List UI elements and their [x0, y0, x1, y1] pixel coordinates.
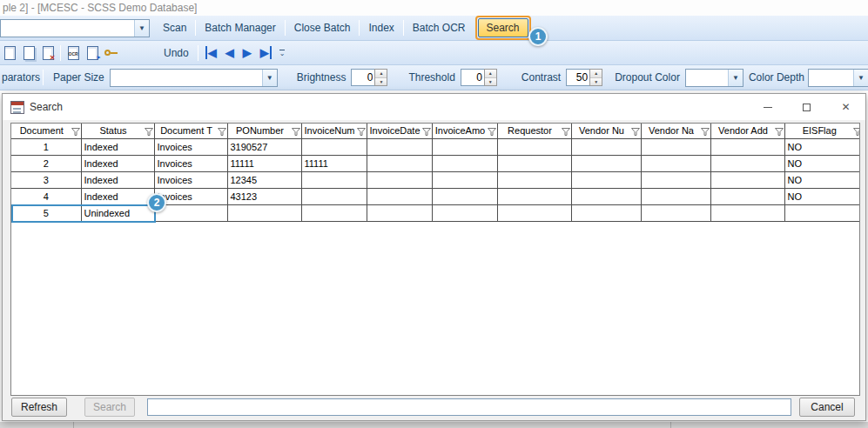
search-text-input[interactable]	[147, 398, 791, 416]
chevron-down-icon[interactable]: ▼	[853, 70, 868, 86]
grid-cell[interactable]: NO	[784, 188, 860, 204]
column-header[interactable]: Vendor Na	[641, 124, 710, 138]
grid-cell[interactable]	[710, 171, 784, 188]
batch-select-value[interactable]	[1, 20, 134, 37]
grid-cell[interactable]: Invoices	[154, 138, 227, 155]
column-header[interactable]: Document T	[154, 124, 227, 138]
close-button[interactable]: ✕	[826, 94, 865, 120]
grid-cell[interactable]	[571, 188, 641, 204]
filter-funnel-icon[interactable]	[488, 127, 496, 137]
spin-down-icon[interactable]: ▼	[485, 78, 496, 86]
filter-funnel-icon[interactable]	[631, 127, 640, 137]
grid-cell[interactable]	[367, 204, 432, 221]
threshold-value[interactable]	[461, 69, 484, 86]
grid-cell[interactable]	[571, 204, 641, 221]
grid-cell[interactable]	[432, 188, 497, 204]
grid-cell[interactable]: Indexed	[81, 138, 154, 155]
grid-cell[interactable]	[710, 155, 784, 171]
column-header[interactable]: Status	[81, 124, 154, 138]
spin-down-icon[interactable]: ▼	[590, 78, 602, 86]
grid-cell[interactable]	[641, 204, 710, 221]
grid-cell[interactable]: 12345	[227, 171, 301, 188]
grid-cell[interactable]: NO	[784, 138, 860, 155]
grid-cell[interactable]: Indexed	[81, 155, 154, 171]
grid-cell[interactable]	[367, 171, 432, 188]
grid-cell[interactable]: 4	[11, 188, 81, 204]
search-toolbar-button[interactable]: Search	[478, 18, 528, 37]
batch-ocr-button[interactable]: Batch OCR	[407, 18, 472, 37]
dropout-color-value[interactable]	[686, 70, 728, 86]
grid-cell[interactable]	[432, 204, 497, 221]
cancel-button[interactable]: Cancel	[799, 398, 855, 417]
grid-cell[interactable]: 43123	[227, 188, 301, 204]
grid-cell[interactable]: 11111	[301, 155, 367, 171]
column-header[interactable]: Vendor Add	[710, 124, 784, 138]
column-header[interactable]: EISFlag	[784, 124, 860, 138]
grid-cell[interactable]	[571, 171, 641, 188]
filter-funnel-icon[interactable]	[218, 127, 226, 137]
grid-cell[interactable]: Indexed	[81, 171, 154, 188]
grid-cell[interactable]	[497, 155, 571, 171]
grid-cell[interactable]	[641, 138, 710, 155]
next-page-button[interactable]: ▶	[239, 45, 256, 60]
delete-page-icon[interactable]: ✕	[38, 43, 57, 63]
grid-cell[interactable]	[710, 138, 784, 155]
grid-cell[interactable]	[432, 138, 497, 155]
grid-cell[interactable]	[710, 204, 784, 221]
grid-cell[interactable]: 3190527	[227, 138, 301, 155]
chevron-down-icon[interactable]: ▼	[262, 70, 277, 86]
grid-cell[interactable]	[710, 188, 784, 204]
dialog-titlebar[interactable]: Search ✕	[3, 94, 865, 120]
grid-cell[interactable]	[641, 188, 710, 204]
grid-cell[interactable]	[432, 171, 497, 188]
batch-manager-button[interactable]: Batch Manager	[198, 18, 281, 37]
brightness-value[interactable]	[351, 69, 374, 86]
filter-funnel-icon[interactable]	[562, 127, 570, 137]
minimize-button[interactable]	[748, 94, 787, 120]
ocr-page-icon[interactable]: OCR	[64, 43, 83, 63]
grid-cell[interactable]	[301, 188, 367, 204]
contrast-value[interactable]	[566, 69, 589, 86]
toolbar-overflow-icon[interactable]: ⌄	[279, 50, 286, 57]
column-header[interactable]: PONumber	[227, 124, 301, 138]
table-row[interactable]: 2IndexedInvoices1111111111NO	[11, 155, 860, 171]
table-row[interactable]: 4IndexedInvoices43123NO	[11, 188, 860, 204]
export-page-icon[interactable]: ▸	[83, 43, 102, 63]
search-dialog-button[interactable]: Search	[84, 398, 135, 417]
column-header[interactable]: Document	[11, 124, 81, 138]
scan-button[interactable]: Scan	[157, 18, 192, 37]
color-depth-value[interactable]	[809, 70, 853, 86]
grid-cell[interactable]	[367, 188, 432, 204]
filter-funnel-icon[interactable]	[145, 127, 153, 137]
spin-up-icon[interactable]: ▲	[375, 70, 387, 78]
column-header[interactable]: Vendor Nu	[571, 124, 641, 138]
grid-cell[interactable]	[367, 138, 432, 155]
grid-cell[interactable]: Invoices	[154, 171, 227, 188]
table-row[interactable]: 1IndexedInvoices3190527NO	[11, 138, 860, 155]
column-header[interactable]: InvoiceAmo	[432, 124, 497, 138]
spin-up-icon[interactable]: ▲	[590, 70, 602, 78]
dropout-color-combo[interactable]: ▼	[685, 69, 744, 87]
grid-cell[interactable]	[571, 155, 641, 171]
close-batch-button[interactable]: Close Batch	[288, 18, 357, 37]
grid-cell[interactable]: NO	[784, 171, 860, 188]
filter-funnel-icon[interactable]	[357, 127, 366, 137]
brightness-stepper[interactable]: ▲▼	[351, 69, 387, 86]
undo-button[interactable]: Undo	[158, 43, 195, 63]
chevron-down-icon[interactable]: ▼	[728, 70, 743, 86]
index-button[interactable]: Index	[362, 18, 400, 37]
grid-cell[interactable]	[432, 155, 497, 171]
threshold-stepper[interactable]: ▲▼	[461, 69, 497, 86]
filter-funnel-icon[interactable]	[701, 127, 710, 137]
grid-cell[interactable]: Invoices	[154, 155, 227, 171]
grid-cell[interactable]: 2	[11, 155, 81, 171]
filter-funnel-icon[interactable]	[422, 127, 431, 137]
grid-cell[interactable]: Unindexed	[81, 204, 154, 221]
results-grid[interactable]: DocumentStatusDocument TPONumberInvoiceN…	[10, 123, 860, 396]
maximize-button[interactable]	[787, 94, 826, 120]
grid-cell[interactable]	[641, 155, 710, 171]
filter-funnel-icon[interactable]	[853, 127, 860, 137]
table-row[interactable]: 5Unindexed	[11, 204, 860, 221]
grid-cell[interactable]	[784, 204, 860, 221]
column-header[interactable]: InvoiceDate	[367, 124, 432, 138]
